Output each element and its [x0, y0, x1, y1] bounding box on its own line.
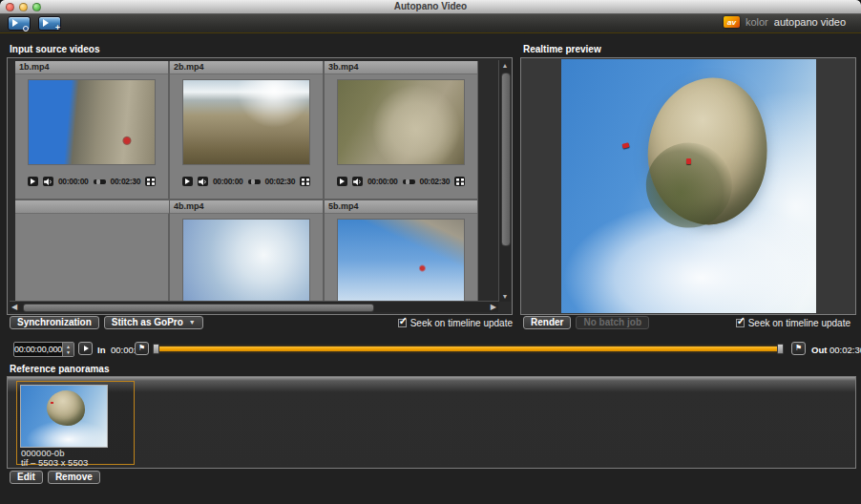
- play-icon: [185, 178, 190, 184]
- set-out-point-button[interactable]: ⚑: [791, 342, 806, 355]
- window-title: Autopano Video: [0, 1, 861, 11]
- titlebar: Autopano Video: [0, 0, 861, 14]
- app-window: Autopano Video + av kolor autopano video…: [0, 0, 861, 504]
- reference-panoramas-panel: 000000-0b tif – 5503 x 5503: [7, 376, 856, 469]
- video-card[interactable]: 5b.mp4: [325, 200, 477, 302]
- timeline-track[interactable]: [156, 346, 780, 351]
- video-fullscreen-button[interactable]: [145, 177, 156, 186]
- horizontal-scrollbar-thumb[interactable]: [23, 304, 374, 312]
- video-time-end: 00:02:30: [111, 177, 141, 186]
- chevron-down-icon: ▼: [189, 316, 196, 329]
- video-play-button[interactable]: [337, 177, 347, 186]
- scroll-down-icon[interactable]: ▼: [499, 293, 511, 300]
- video-card[interactable]: 1b.mp4 00:00:00 00:02:30: [15, 61, 168, 199]
- play-icon: [31, 178, 35, 184]
- timeline-bar: 00:00:00,000 ▲▼ In 00:00:00 ⚑ ⚑ Out 00:0…: [0, 340, 861, 359]
- toolbar: + av kolor autopano video: [0, 14, 861, 33]
- video-grid: 1b.mp4 00:00:00 00:02:30 2b.mp4 00:00:00…: [15, 61, 498, 302]
- reference-panorama-thumbnail[interactable]: [20, 385, 108, 448]
- video-play-button[interactable]: [28, 177, 38, 186]
- video-thumbnail[interactable]: [183, 80, 309, 164]
- add-videos-icon[interactable]: +: [38, 16, 61, 31]
- horizontal-scrollbar[interactable]: ◀ ▶: [10, 301, 498, 312]
- play-glyph: [12, 19, 18, 27]
- out-label: Out: [811, 345, 827, 355]
- stitch-as-gopro-button[interactable]: Stitch as GoPro▼: [104, 316, 203, 329]
- video-audio-button[interactable]: [198, 177, 208, 186]
- check-icon: ✓: [737, 315, 746, 327]
- video-title-bar: 4b.mp4: [170, 200, 323, 214]
- reference-panorama-item[interactable]: 000000-0b tif – 5503 x 5503: [16, 381, 135, 465]
- scroll-right-icon[interactable]: ▶: [491, 303, 496, 311]
- video-thumbnail[interactable]: [338, 80, 464, 164]
- video-audio-button[interactable]: [352, 177, 363, 186]
- scroll-left-icon[interactable]: ◀: [11, 303, 17, 311]
- play-icon: [84, 346, 89, 351]
- timecode-spinner[interactable]: ▲▼: [62, 343, 74, 356]
- remove-button[interactable]: Remove: [48, 471, 100, 484]
- video-volume-slider[interactable]: [248, 179, 261, 184]
- fullscreen-grid-icon: [456, 178, 464, 185]
- timecode-value: 00:00:00,000: [14, 345, 62, 354]
- video-time-start: 00:00:00: [213, 177, 243, 186]
- video-card[interactable]: 4b.mp4: [170, 200, 323, 302]
- render-button[interactable]: Render: [523, 316, 571, 329]
- input-seek-label: Seek on timeline update: [410, 318, 513, 328]
- synchronization-button[interactable]: Synchronization: [10, 316, 99, 329]
- video-title: 5b.mp4: [328, 201, 359, 211]
- magnifier-glyph: [23, 26, 29, 32]
- vertical-scrollbar[interactable]: ▲ ▼: [498, 60, 511, 302]
- video-title-bar: 1b.mp4: [15, 61, 168, 74]
- video-thumbnail[interactable]: [29, 80, 155, 164]
- video-audio-button[interactable]: [43, 177, 53, 186]
- scroll-up-icon[interactable]: ▲: [499, 62, 511, 69]
- vertical-scrollbar-thumb[interactable]: [501, 73, 511, 246]
- climber-graphic: [686, 158, 691, 164]
- realtime-preview-panel: [520, 57, 856, 315]
- plus-glyph: +: [55, 24, 60, 32]
- video-time-start: 00:00:00: [368, 177, 398, 186]
- video-title: 2b.mp4: [174, 62, 204, 72]
- speaker-icon: [353, 178, 362, 185]
- no-batch-job-button: No batch job: [576, 316, 649, 329]
- play-icon: [340, 178, 345, 184]
- brand-product-text: autopano video: [774, 16, 846, 28]
- video-thumbnail[interactable]: [338, 220, 464, 302]
- open-videos-icon[interactable]: [8, 16, 31, 31]
- speaker-icon: [44, 178, 52, 185]
- video-volume-slider[interactable]: [94, 179, 106, 184]
- reference-panorama-details: tif – 5503 x 5503: [21, 457, 88, 468]
- video-volume-slider[interactable]: [403, 179, 415, 184]
- timeline-play-button[interactable]: [78, 342, 93, 355]
- set-in-point-button[interactable]: ⚑: [135, 342, 149, 355]
- fullscreen-grid-icon: [302, 178, 309, 185]
- video-time-end: 00:02:30: [265, 177, 296, 186]
- timecode-field[interactable]: 00:00:00,000 ▲▼: [13, 342, 74, 357]
- spin-down-icon[interactable]: ▼: [66, 349, 71, 355]
- preview-seek-checkbox[interactable]: ✓: [736, 319, 745, 327]
- video-fullscreen-button[interactable]: [300, 177, 310, 186]
- video-play-button[interactable]: [182, 177, 193, 186]
- video-controls: 00:00:00 00:02:30: [15, 174, 168, 189]
- input-seek-checkbox[interactable]: ✓: [398, 319, 407, 327]
- planet-rock-graphic: [639, 70, 778, 232]
- timeline-out-handle[interactable]: [777, 344, 784, 354]
- brand: av kolor autopano video: [724, 16, 846, 28]
- edit-button[interactable]: Edit: [10, 471, 43, 484]
- video-fullscreen-button[interactable]: [454, 177, 465, 186]
- in-label: In: [97, 345, 105, 355]
- out-time: 00:02:30: [830, 345, 861, 355]
- preview-panel-title: Realtime preview: [523, 44, 601, 54]
- check-icon: ✓: [399, 315, 408, 327]
- fullscreen-grid-icon: [147, 178, 155, 185]
- video-title-bar: 2b.mp4: [170, 61, 323, 74]
- input-source-videos-panel: 1b.mp4 00:00:00 00:02:30 2b.mp4 00:00:00…: [7, 57, 513, 315]
- video-card[interactable]: 2b.mp4 00:00:00 00:02:30: [170, 61, 323, 199]
- video-controls: 00:00:00 00:02:30: [170, 174, 323, 189]
- timeline-in-handle[interactable]: [153, 344, 159, 354]
- kolor-logo-icon: av: [724, 16, 740, 28]
- video-thumbnail[interactable]: [183, 220, 309, 302]
- video-card[interactable]: 3b.mp4 00:00:00 00:02:30: [325, 61, 477, 199]
- play-glyph: [43, 19, 49, 27]
- speaker-icon: [199, 178, 207, 185]
